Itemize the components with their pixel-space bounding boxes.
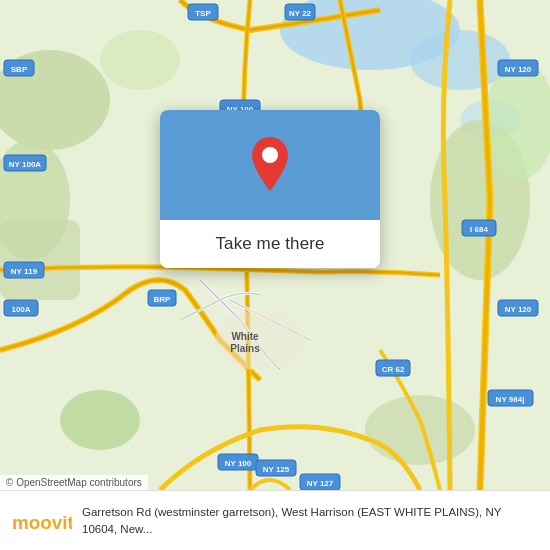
svg-text:NY 22: NY 22 <box>289 9 312 18</box>
svg-point-11 <box>100 30 180 90</box>
svg-point-9 <box>60 390 140 450</box>
svg-rect-6 <box>0 220 80 300</box>
svg-text:CR 62: CR 62 <box>382 365 405 374</box>
map-attribution: © OpenStreetMap contributors <box>0 475 148 490</box>
svg-text:NY 127: NY 127 <box>307 479 334 488</box>
popup-map-preview <box>160 110 380 220</box>
moovit-logo: moovit <box>12 507 72 535</box>
location-pin-icon <box>246 137 294 193</box>
popup-card: Take me there <box>160 110 380 268</box>
svg-text:NY 100: NY 100 <box>225 459 252 468</box>
take-me-there-button[interactable]: Take me there <box>160 220 380 268</box>
map-container[interactable]: White Plains TSP NY 22 NY 120 SBP NY 100… <box>0 0 550 490</box>
svg-point-10 <box>365 395 475 465</box>
svg-text:White: White <box>231 331 259 342</box>
svg-text:SBP: SBP <box>11 65 28 74</box>
svg-text:NY 119: NY 119 <box>11 267 38 276</box>
svg-text:NY 120: NY 120 <box>505 65 532 74</box>
location-description: Garretson Rd (westminster garretson), We… <box>82 504 538 536</box>
svg-point-12 <box>215 310 305 370</box>
attribution-text: © OpenStreetMap contributors <box>6 477 142 488</box>
svg-text:NY 120: NY 120 <box>505 305 532 314</box>
svg-text:100A: 100A <box>11 305 30 314</box>
svg-text:NY 125: NY 125 <box>263 465 290 474</box>
svg-text:Plains: Plains <box>230 343 260 354</box>
info-bar: moovit Garretson Rd (westminster garrets… <box>0 490 550 550</box>
svg-point-47 <box>262 147 278 163</box>
svg-text:NY 100A: NY 100A <box>9 160 42 169</box>
svg-text:TSP: TSP <box>195 9 211 18</box>
svg-text:BRP: BRP <box>154 295 172 304</box>
svg-text:NY 984j: NY 984j <box>496 395 525 404</box>
svg-text:moovit: moovit <box>12 511 72 532</box>
svg-text:I 684: I 684 <box>470 225 488 234</box>
